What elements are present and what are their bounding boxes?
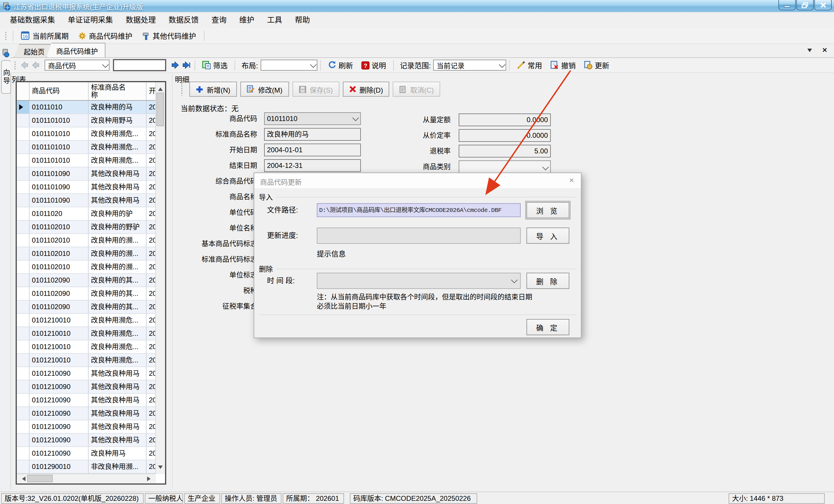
table-row[interactable]: 0101210090其他改良种用马201 — [17, 407, 156, 420]
tab-goods-code-maintenance[interactable]: 商品代码维护 — [46, 43, 105, 57]
table-row[interactable]: 0101210090改良种用马202 — [17, 447, 156, 460]
field-label-税种: 税种 — [116, 284, 257, 297]
field-label-征税率集合: 征税率集合 — [116, 300, 257, 313]
delete-time-button[interactable]: 删 除 — [526, 273, 569, 289]
common-button[interactable]: 常用 — [512, 59, 546, 71]
tab-list-dropdown-icon[interactable] — [807, 49, 812, 54]
table-row[interactable]: 0101210010改良种用濒危...201 — [17, 354, 156, 367]
delete-button[interactable]: 删除(D) — [343, 82, 389, 97]
tab-close-icon[interactable]: × — [822, 45, 827, 54]
table-row[interactable]: 0101210010改良种用濒危...201 — [17, 327, 156, 340]
horizontal-scroll-thumb[interactable] — [27, 475, 53, 482]
menu-item-基础数据采集[interactable]: 基础数据采集 — [3, 12, 61, 28]
table-row[interactable]: 0101210090其他改良种用马201 — [17, 420, 156, 434]
menu-item-单证证明采集[interactable]: 单证证明采集 — [61, 12, 119, 28]
close-button[interactable] — [814, 0, 832, 10]
filter-button[interactable]: 筛选 — [198, 59, 232, 71]
nav-last-icon[interactable] — [182, 61, 191, 69]
time-range-combo[interactable] — [317, 273, 521, 289]
row-selector-cell — [17, 434, 29, 446]
field-label-单位代码: 单位代码 — [116, 206, 257, 219]
table-header-code[interactable]: 商品代码 — [29, 82, 89, 100]
dialog-titlebar[interactable]: 商品代码更新 × — [254, 173, 581, 188]
search-field-combo-value: 商品代码 — [48, 60, 76, 70]
table-row[interactable]: 0101210010改良种用濒危...201 — [17, 340, 156, 354]
scroll-up-icon[interactable] — [158, 85, 163, 91]
undo-button[interactable]: 撤销 — [546, 59, 580, 71]
scroll-right-icon[interactable] — [147, 477, 153, 481]
update-button[interactable]: 更新 — [580, 59, 613, 71]
table-row[interactable]: 0101210090其他改良种用马201 — [17, 367, 156, 381]
menu-item-数据处理[interactable]: 数据处理 — [119, 12, 162, 28]
cancel-button[interactable]: 取消(C) — [393, 82, 440, 97]
restore-button[interactable] — [796, 0, 814, 10]
cell-date: 200 — [147, 101, 156, 113]
field-input-从价定率[interactable]: 0.0000 — [459, 129, 551, 142]
add-button[interactable]: 新增(N) — [190, 82, 237, 97]
table-row[interactable]: 0101290010非改良种用濒...201 — [17, 460, 156, 474]
record-scope-combo[interactable]: 当前记录 — [433, 60, 506, 71]
nav-prev-icon[interactable] — [20, 61, 29, 69]
window-title: 江苏省出口退税申报系统(生产企业)升级版 — [13, 1, 143, 11]
modify-button[interactable]: 修改(M) — [240, 82, 289, 97]
toolbar-grip[interactable] — [5, 31, 7, 40]
gear-icon — [78, 31, 86, 40]
ok-button[interactable]: 确 定 — [526, 319, 569, 335]
field-input-退税率[interactable]: 5.00 — [459, 145, 551, 158]
cell-code: 0101210010 — [29, 314, 89, 326]
row-selector-cell — [17, 300, 29, 313]
table-row[interactable]: 0101210010改良种用濒危...201 — [17, 314, 156, 327]
save-button[interactable]: 保存(S) — [292, 82, 339, 97]
wizard-icon — [2, 49, 9, 58]
menu-item-工具[interactable]: 工具 — [261, 12, 288, 28]
menu-item-查询[interactable]: 查询 — [205, 12, 233, 28]
table-row[interactable]: 0101210090其他改良种用马201 — [17, 381, 156, 394]
chevron-down-icon — [499, 61, 506, 68]
chevron-down-icon — [310, 61, 316, 68]
nav-next-icon[interactable] — [171, 61, 179, 69]
table-row[interactable]: 0101210090其他改良种用马202 — [17, 434, 156, 447]
record-toolbar: 商品代码 筛选 布局: 刷新 ? 说明 记录范围: 当前记录 — [10, 58, 834, 73]
row-selector-cell — [17, 447, 29, 460]
cell-date: 201 — [147, 314, 156, 326]
plus-icon — [196, 85, 203, 93]
scroll-left-icon[interactable] — [20, 477, 25, 481]
chevron-down-icon — [511, 277, 518, 283]
toolbar-grip[interactable] — [181, 83, 183, 95]
field-label-开始日期: 开始日期 — [116, 143, 257, 156]
import-group: 导入 — [259, 192, 576, 202]
field-input-从量定额[interactable]: 0.0000 — [459, 113, 551, 126]
file-path-input[interactable]: D:\测试项目\商品码库\出口退税率文库CMCODE2026A\cmcode.D… — [317, 203, 521, 217]
horizontal-scrollbar[interactable] — [17, 474, 156, 483]
cell-code: 0101210090 — [29, 407, 89, 420]
minimize-button[interactable] — [778, 0, 796, 10]
help-button[interactable]: ? 说明 — [357, 59, 390, 71]
dialog-close-icon[interactable]: × — [569, 176, 574, 185]
nav-prev2-icon[interactable] — [31, 61, 40, 69]
cell-date: 201 — [147, 340, 156, 353]
menu-item-维护[interactable]: 维护 — [233, 12, 261, 28]
refresh-button[interactable]: 刷新 — [324, 59, 357, 71]
current-period-button[interactable]: 16 当前所属期 — [16, 29, 73, 43]
layout-combo[interactable] — [260, 60, 317, 71]
other-code-maintenance-button[interactable]: 其他代码维护 — [137, 29, 201, 43]
menu-item-数据反馈[interactable]: 数据反馈 — [162, 12, 205, 28]
status-segment: 操作人员: 管理员 — [221, 493, 282, 504]
toolbar-separator — [203, 30, 204, 41]
search-input[interactable] — [113, 59, 166, 71]
goods-code-maintenance-button[interactable]: 商品代码维护 — [73, 29, 137, 43]
menu-item-帮助[interactable]: 帮助 — [288, 12, 316, 28]
table-row[interactable]: 0101210090其他改良种用马201 — [17, 394, 156, 407]
search-field-combo[interactable]: 商品代码 — [45, 60, 109, 71]
table-header-name[interactable]: 标准商品名称 — [89, 82, 147, 100]
browse-button[interactable]: 浏 览 — [526, 202, 569, 218]
import-button[interactable]: 导 入 — [526, 228, 569, 244]
scroll-down-icon[interactable] — [158, 465, 163, 471]
toolbar-grip[interactable] — [14, 61, 17, 70]
cell-code: 0101102010 — [29, 260, 89, 273]
cell-date: 201 — [147, 381, 156, 393]
table-header-date[interactable]: 开 — [147, 82, 156, 100]
field-label-标准商品名称: 标准商品名称 — [116, 128, 257, 141]
wizard-tab[interactable]: 向导 — [1, 60, 11, 94]
tab-start-page[interactable]: 起始页 — [14, 44, 52, 57]
